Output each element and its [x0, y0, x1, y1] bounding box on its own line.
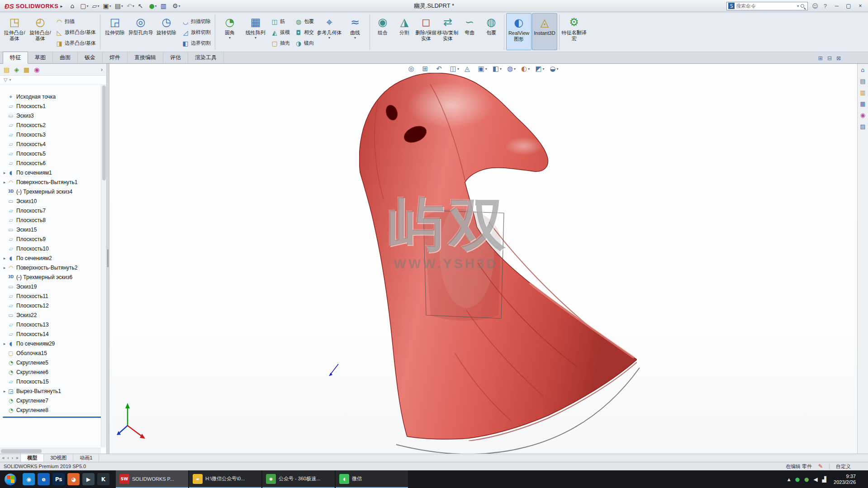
browser-360-icon[interactable]: ◉: [23, 473, 35, 485]
ribbon-button[interactable]: ◎ 异型孔向导 ▾: [128, 13, 153, 50]
ribbon-button[interactable]: ⇄ 移动/复制实体: [437, 13, 459, 50]
ribbon-button[interactable]: ◻ 删除/保留实体: [415, 13, 437, 50]
status-customize[interactable]: 自定义: [836, 463, 851, 470]
media-player-icon[interactable]: ▶: [82, 473, 95, 485]
displaymanager-tab[interactable]: ◉: [34, 66, 39, 73]
ribbon-button[interactable]: ◷ 旋转切除 ▾: [154, 13, 179, 50]
feature-tree-item[interactable]: ▸ 3D (-) Трехмерный эскиз4: [0, 187, 106, 196]
home-icon[interactable]: ⌂ ▾: [69, 1, 78, 10]
360-safe-icon[interactable]: K: [97, 473, 109, 485]
command-tab[interactable]: 渲染工具: [188, 52, 224, 63]
network-icon[interactable]: ▟: [822, 476, 826, 483]
ribbon-button[interactable]: ◲ 拉伸切除 ▾: [102, 13, 128, 50]
expand-arrow-icon[interactable]: ▸: [2, 256, 7, 261]
pane-close-icon[interactable]: ⊠: [836, 55, 841, 62]
ribbon-button[interactable]: ◍ 包覆: [480, 13, 502, 50]
featuremanager-tab[interactable]: ▤: [4, 66, 9, 73]
feature-tree-item[interactable]: ▸ ▱ Плоскость14: [0, 329, 106, 339]
ribbon-button[interactable]: ◧ 边界切割: [180, 38, 213, 48]
feature-tree-item[interactable]: ▸ ▢ Оболочка15: [0, 348, 106, 358]
open-icon[interactable]: ▱ ▾: [91, 1, 101, 10]
user-account-icon[interactable]: ☺: [811, 3, 820, 9]
file-explorer-icon[interactable]: ▦: [860, 100, 865, 107]
hidden-icons-arrow[interactable]: ▲: [787, 477, 791, 482]
zoom-fit-icon[interactable]: ◎ ▾: [408, 65, 417, 73]
pane-split-right-icon[interactable]: ⊟: [827, 55, 832, 62]
ribbon-button[interactable]: ◑ 镜向: [293, 38, 316, 48]
ribbon-button[interactable]: ▦ 线性阵列 ▾: [243, 13, 268, 50]
command-tab[interactable]: 特征: [3, 52, 28, 64]
explorer-taskbar-item[interactable]: ▰ H:\微信公众号\0...: [189, 470, 261, 488]
ie-browser-icon[interactable]: e: [38, 473, 50, 485]
dynamic-annotation-icon[interactable]: ◬ ▾: [465, 65, 473, 73]
task-pane-home-icon[interactable]: ⌂: [861, 66, 864, 73]
custom-properties-icon[interactable]: ▨: [860, 123, 865, 130]
rollback-bar[interactable]: [3, 417, 102, 418]
expand-arrow-icon[interactable]: ▸: [2, 265, 7, 270]
maximize-button[interactable]: ▢: [843, 1, 854, 10]
command-tab[interactable]: 钣金: [78, 52, 103, 63]
command-search[interactable]: S ▾: [726, 2, 808, 10]
ribbon-button[interactable]: ◨ 边界凸台/基体: [53, 38, 98, 48]
feature-tree-item[interactable]: ▸ ◠ Поверхность-Вытянуть1: [0, 177, 106, 187]
feature-tree-item[interactable]: ▸ ◔ Скругление6: [0, 367, 106, 377]
hide-show-items-icon[interactable]: ◍ ▾: [507, 65, 516, 73]
feature-tree-item[interactable]: ▸ ▱ Плоскость12: [0, 301, 106, 310]
ribbon-button[interactable]: ◿ 放样切割: [180, 27, 213, 38]
zoom-area-icon[interactable]: ⊞ ▾: [422, 65, 431, 73]
volume-icon[interactable]: ◀: [814, 476, 818, 483]
ribbon-button[interactable]: ◭ 拔模: [269, 27, 292, 38]
sketch-point-arrow[interactable]: [329, 364, 338, 376]
expand-arrow-icon[interactable]: ▸: [2, 180, 7, 185]
save-icon[interactable]: ▣ ▾: [101, 1, 112, 10]
design-library-icon[interactable]: ▥: [860, 89, 865, 96]
tree-horizontal-scrollbar[interactable]: [0, 448, 101, 454]
view-settings-icon[interactable]: ◒ ▾: [550, 65, 558, 73]
document-tab[interactable]: 模型: [21, 454, 44, 462]
print-icon[interactable]: ▤ ▾: [114, 1, 124, 10]
solidworks-logo[interactable]: ÐS SOLIDWORKS ▸: [2, 2, 65, 10]
ribbon-button[interactable]: ◉ 组合: [372, 13, 394, 50]
taskbar-clock[interactable]: 9:37 2023/2/26: [831, 474, 859, 485]
search-scope-icon[interactable]: S: [728, 3, 735, 9]
feature-tree-item[interactable]: ▸ ▱ Плоскость7: [0, 206, 106, 215]
ribbon-button[interactable]: ◮ 分割: [394, 13, 415, 50]
ribbon-button[interactable]: ▢ 抽壳: [269, 38, 292, 48]
configurationmanager-tab[interactable]: ▦: [24, 66, 29, 73]
command-tab[interactable]: 曲面: [53, 52, 78, 63]
ribbon-button[interactable]: ◫ 筋: [269, 16, 292, 27]
ribbon-button[interactable]: ◳ 拉伸凸台/基体 ▾: [2, 13, 27, 50]
minimize-button[interactable]: ─: [831, 1, 843, 10]
feature-tree-item[interactable]: ▸ ◠ Поверхность-Вытянуть2: [0, 263, 106, 272]
feature-tree-item[interactable]: ▸ ▱ Плоскость6: [0, 158, 106, 168]
tab-scroll-arrow-icon[interactable]: »: [16, 455, 19, 461]
propertymanager-tab[interactable]: ◈: [14, 66, 19, 73]
new-document-icon[interactable]: ▢ ▾: [79, 1, 90, 10]
feature-tree-item[interactable]: ▸ ◲ Вырез-Вытянуть1: [0, 386, 106, 396]
start-button[interactable]: [0, 470, 21, 488]
rebuild-icon[interactable]: ● ▾: [147, 1, 158, 10]
browser-taskbar-item[interactable]: ◉ 公众号 - 360极速...: [262, 470, 335, 488]
ribbon-button[interactable]: ◘ 相交: [293, 27, 316, 38]
graphics-viewport[interactable]: ◎ ▾ ⊞ ▾ ↶ ▾ ◫ ▾ ◬ ▾ ▣ ▾ ◧: [109, 64, 857, 454]
filter-icon[interactable]: ▽: [4, 77, 7, 83]
document-tab[interactable]: 动画1: [73, 454, 99, 462]
feature-tree-item[interactable]: ▸ ▭ Эскиз22: [0, 310, 106, 320]
previous-view-icon[interactable]: ↶ ▾: [436, 65, 445, 73]
feature-tree-item[interactable]: ▸ ▱ Плоскость4: [0, 139, 106, 149]
expand-arrow-icon[interactable]: ▸: [2, 389, 7, 393]
file-properties-icon[interactable]: ▥ ▾: [159, 1, 170, 10]
feature-tree-item[interactable]: ▸ ◔ Скругление5: [0, 358, 106, 367]
feature-tree-item[interactable]: ▸ 3D (-) Трехмерный эскиз6: [0, 272, 106, 282]
undo-icon[interactable]: ↶ ▾: [125, 1, 136, 10]
pane-split-left-icon[interactable]: ⊞: [818, 55, 823, 62]
search-dropdown-icon[interactable]: ▾: [797, 4, 799, 8]
close-button[interactable]: ×: [854, 1, 866, 10]
tree-vertical-scrollbar[interactable]: [101, 85, 106, 447]
options-icon[interactable]: ⚙ ▾: [171, 1, 182, 10]
feature-tree-item[interactable]: ▸ ◔ Скругление7: [0, 396, 106, 405]
firefox-icon[interactable]: ◕: [67, 473, 80, 485]
display-style-icon[interactable]: ◧ ▾: [493, 65, 502, 73]
menu-expand-icon[interactable]: ▸: [60, 4, 62, 9]
search-input[interactable]: [736, 3, 797, 9]
